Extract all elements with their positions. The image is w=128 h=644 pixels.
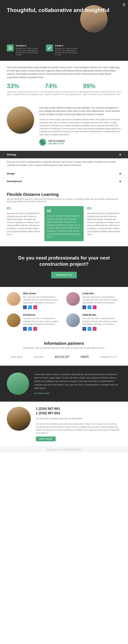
hamburger-menu[interactable]: ☰	[122, 2, 126, 7]
team-info-3: Sofia Brown Duis aute irure dolor in rep…	[82, 314, 121, 331]
contact-us-button[interactable]: CONTACT US	[51, 272, 77, 278]
profile-section: Each color evokes different emotions for…	[0, 101, 128, 151]
instagram-icon-1[interactable]: ◎	[93, 306, 96, 309]
accordion-header-design[interactable]: Design ▶	[0, 170, 128, 177]
features-row: Visualize It Sample text. Click to selec…	[0, 41, 128, 61]
team-photo-1	[66, 292, 80, 306]
twitter-icon-2[interactable]: t	[28, 327, 32, 331]
visualize-icon	[7, 44, 14, 51]
stats-section: Amet luctus venenatis lectus magna fring…	[0, 61, 128, 101]
partner-logo-0: NEW WAVE	[11, 356, 23, 358]
stats-row: 33% Sample text. Click to select the tex…	[7, 82, 121, 96]
contact-address: 121 Rock Sreet, 21 Avenue, New York, NY …	[36, 417, 121, 420]
facebook-icon-1[interactable]: f	[82, 306, 86, 309]
team-card-2: Di Dowson Duis aute irure dolor in repre…	[7, 314, 62, 331]
testimonial-section: Lorem ipsum dolor sit amet, consectetur …	[0, 366, 128, 402]
cta-banner: Do you need professionals for your next …	[0, 246, 128, 287]
learning-col-text-0: Duis aute irure dolor in reprehenderit i…	[7, 212, 41, 236]
contact-phone-1: 1 (234) 567-891	[36, 407, 121, 411]
team-photo-3	[66, 314, 80, 327]
team-photo-0	[7, 292, 20, 306]
feature-label-0: Visualize It	[16, 44, 41, 47]
svg-rect-2	[9, 48, 10, 49]
accordion-arrow-strategy: ▶	[120, 154, 121, 156]
profile-body-text: Ut enim ad minim veniam, quis nostrud ex…	[39, 118, 121, 136]
contact-section: 1 (234) 567-891 1 (234) 987-654 121 Rock…	[0, 402, 128, 446]
instagram-icon-3[interactable]: ◎	[93, 327, 96, 331]
call-label: Call Us Anytime	[48, 140, 65, 142]
team-info-2: Di Dowson Duis aute irure dolor in repre…	[23, 314, 62, 331]
learning-col-num-0: 01	[7, 206, 41, 210]
stat-desc-1: Sample text. Click to select the text bo…	[45, 90, 83, 96]
stat-number-1: 74%	[45, 82, 83, 90]
accordion-item-0: Strategy ▶ Duis aute irure dolor in repr…	[0, 151, 128, 170]
accordion-title-strategy: Strategy	[7, 153, 16, 156]
stat-number-2: 99%	[83, 82, 121, 90]
team-grid: Nina Scavo Duis aute irure dolor in repr…	[7, 292, 121, 331]
facebook-icon-2[interactable]: f	[23, 327, 27, 331]
learning-col-num-2: 03	[87, 206, 121, 210]
member-name-0: Nina Scavo	[23, 292, 62, 295]
accordion-header-development[interactable]: Development ▶	[0, 178, 128, 185]
member-name-1: Linda Kim	[82, 292, 121, 295]
testimonial-photo	[7, 372, 29, 395]
instagram-icon-0[interactable]: ◎	[33, 306, 37, 309]
member-name-2: Di Dowson	[23, 314, 62, 316]
partner-logo-3: Uber	[80, 356, 89, 358]
social-icons-0: f t ◎	[23, 306, 62, 309]
twitter-icon-1[interactable]: t	[88, 306, 91, 309]
accordion-arrow-design: ▶	[120, 172, 121, 175]
learning-subtitle: We provide flexible and 24/7 online lear…	[7, 198, 121, 203]
hero-text: Thoughtful, collaborative and insightful	[7, 7, 121, 17]
learning-col-text-2: Duis aute irure dolor in reprehenderit i…	[87, 212, 121, 236]
stat-item-1: 74% Sample text. Click to select the tex…	[45, 82, 83, 96]
team-info-1: Linda Kim Duis aute irure dolor in repre…	[82, 292, 121, 309]
facebook-icon-0[interactable]: f	[23, 306, 27, 309]
accordion-title-design: Design	[7, 172, 15, 175]
member-name-3: Sofia Brown	[82, 314, 121, 316]
learning-columns: 01 Duis aute irure dolor in reprehenderi…	[7, 206, 121, 241]
social-icons-3: f t ◎	[82, 327, 121, 331]
testimonial-author: Joe Smith, 2012	[34, 392, 121, 394]
hero-title: Thoughtful, collaborative and insightful	[7, 7, 121, 13]
team-card-3: Sofia Brown Duis aute irure dolor in rep…	[66, 314, 121, 331]
call-box: 📞 Call Us Anytime +92 555 77 88	[39, 139, 121, 146]
stat-item-2: 99% Sample text. Click to select the tex…	[83, 82, 121, 96]
accordion-arrow-development: ▶	[120, 180, 121, 182]
learning-col-text-1: Duis aute irure dolor in reprehenderit i…	[47, 214, 81, 239]
stat-item-0: 33% Sample text. Click to select the tex…	[7, 82, 45, 96]
accordion-header-strategy[interactable]: Strategy ▶	[0, 151, 128, 158]
stats-body-text: Amet luctus venenatis lectus magna fring…	[7, 66, 121, 79]
create-icon	[46, 44, 53, 51]
accordion-body-strategy: Duis aute irure dolor in reprehenderit i…	[0, 158, 128, 170]
svg-rect-3	[10, 48, 12, 49]
member-desc-2: Duis aute irure dolor in reprehenderit i…	[23, 317, 62, 326]
facebook-icon-3[interactable]: f	[82, 327, 86, 331]
hero-section: Thoughtful, collaborative and insightful…	[0, 0, 128, 41]
call-number: +92 555 77 88	[48, 142, 65, 145]
instagram-icon-2[interactable]: ◎	[33, 327, 37, 331]
stat-desc-0: Sample text. Click to select the text bo…	[7, 90, 45, 96]
contact-phone-2: 1 (234) 987-654	[36, 411, 121, 415]
member-desc-3: Duis aute irure dolor in reprehenderit i…	[82, 317, 121, 326]
partner-logo-2: Mockup	[55, 355, 69, 359]
twitter-icon-0[interactable]: t	[28, 306, 32, 309]
strategy-section: Strategy ▶ Duis aute irure dolor in repr…	[0, 151, 128, 187]
contact-text: Ut enim ad minim veniam, quis nostrud ex…	[36, 422, 121, 434]
profile-image-wrap	[7, 106, 34, 134]
call-text: Call Us Anytime +92 555 77 88	[48, 140, 65, 145]
read-more-button[interactable]: READ MORE	[36, 436, 56, 441]
feature-item-1: Create It Sample text. Click to select t…	[46, 44, 80, 56]
partners-section: Information partners Sample text. Click …	[0, 336, 128, 366]
twitter-icon-3[interactable]: t	[88, 327, 91, 331]
partner-logo-4: COMMUNITY FIT	[100, 356, 117, 358]
member-desc-0: Duis aute irure dolor in reprehenderit i…	[23, 296, 62, 304]
partners-title: Information partners	[7, 341, 121, 346]
cta-title: Do you need professionals for your next …	[7, 255, 121, 268]
footer-text: Sample text. Click to select the Text El…	[47, 449, 82, 450]
partners-subtitle: Sample text. Click to select the text bo…	[7, 347, 121, 349]
svg-rect-1	[10, 46, 12, 48]
hero-images	[63, 0, 128, 41]
team-card-0: Nina Scavo Duis aute irure dolor in repr…	[7, 292, 62, 309]
contact-photo	[7, 407, 31, 431]
